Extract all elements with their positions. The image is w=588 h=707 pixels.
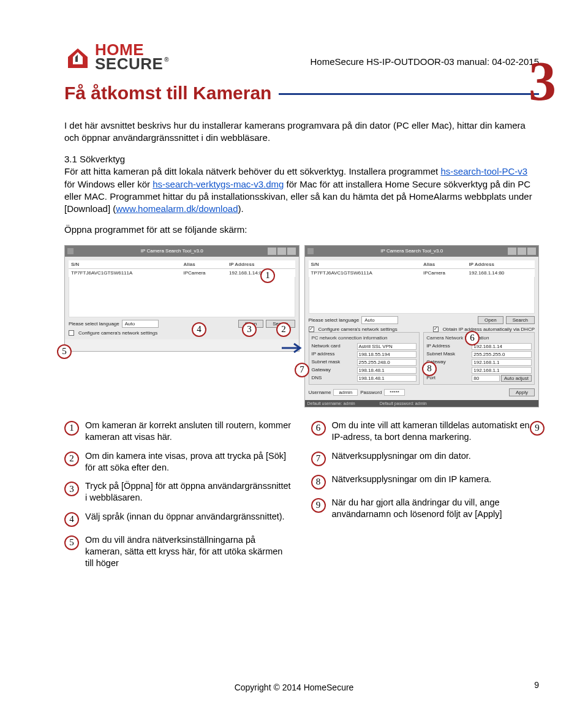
section-intro: I det här avsnittet beskrivs hur du inst… <box>64 119 539 145</box>
arrow-right-icon <box>282 342 306 354</box>
marker-4: 4 <box>192 322 206 337</box>
marker-2: 2 <box>276 322 291 337</box>
legend-text-9: När du har gjort alla ändringar du vill,… <box>332 497 540 520</box>
marker-8: 8 <box>422 361 437 376</box>
screenshot-window-left: IP Camera Search Tool_v3.0 S/NAliasIP Ad… <box>64 245 300 352</box>
legend-text-6: Om du inte vill att kameran tilldelas au… <box>332 420 540 443</box>
logo-text-secure: SECURE® <box>95 57 169 71</box>
house-shield-icon <box>64 43 91 70</box>
screenshot-window-right: IP Camera Search Tool_v3.0 S/NAliasIP Ad… <box>304 245 540 408</box>
legend-num-7: 7 <box>311 452 326 466</box>
legend-num-2: 2 <box>64 452 79 466</box>
configure-checkbox-on[interactable] <box>309 327 314 332</box>
legend-text-5: Om du vill ändra nätverksinställningarna… <box>85 534 293 569</box>
marker-9: 9 <box>530 421 545 436</box>
marker-6: 6 <box>465 331 480 346</box>
legend-text-3: Tryck på [Öppna] för att öppna användarg… <box>85 480 293 504</box>
section-title: Få åtkomst till Kameran <box>64 83 271 104</box>
section-number: 3 <box>529 51 556 112</box>
link-mac-tool: hs-search-verktygs-mac-v3.dmg <box>153 179 284 189</box>
legend-text-4: Välj språk (innan du öppnar användargrän… <box>85 511 285 523</box>
legend-num-4: 4 <box>64 512 79 527</box>
body-paragraph-2: Öppna programmet för att se följande skä… <box>64 224 539 236</box>
legend-num-6: 6 <box>311 421 326 436</box>
marker-3: 3 <box>242 322 257 337</box>
legend-text-7: Nätverksupplysningar om din dator. <box>332 450 471 462</box>
legend-text-2: Om din kamera inte visas, prova att tryc… <box>85 450 293 474</box>
marker-5: 5 <box>57 344 72 359</box>
page-number: 9 <box>534 680 539 690</box>
subsection-heading: 3.1 Sökverktyg <box>64 154 539 164</box>
body-paragraph-1: För att hitta kameran på ditt lokala nät… <box>64 165 539 215</box>
link-download-site: www.homealarm.dk/download <box>116 203 238 214</box>
copyright-footer: Copyright © 2014 HomeSecure <box>0 682 588 692</box>
legend-text-8: Nätverksupplysningar om din IP kamera. <box>332 474 492 485</box>
link-pc-tool: hs-search-tool-PC-v3 <box>440 166 527 176</box>
section-rule <box>279 93 539 95</box>
marker-7: 7 <box>295 363 309 377</box>
legend-num-9: 9 <box>311 498 326 513</box>
document-id: HomeSecure HS-IP-OUTDOOR-03 manual: 04-0… <box>311 56 539 67</box>
legend-text-1: Om kameran är korrekt ansluten till rout… <box>85 420 293 443</box>
configure-checkbox[interactable] <box>69 330 74 336</box>
dhcp-checkbox[interactable] <box>433 327 439 332</box>
legend-num-1: 1 <box>64 421 79 436</box>
marker-1: 1 <box>260 268 275 283</box>
legend-num-5: 5 <box>64 535 79 550</box>
legend-num-3: 3 <box>64 482 79 496</box>
apply-button[interactable]: Apply <box>509 388 535 396</box>
legend-num-8: 8 <box>311 475 326 490</box>
language-select[interactable]: Auto <box>122 320 159 328</box>
brand-logo: HOME SECURE® <box>64 43 169 72</box>
